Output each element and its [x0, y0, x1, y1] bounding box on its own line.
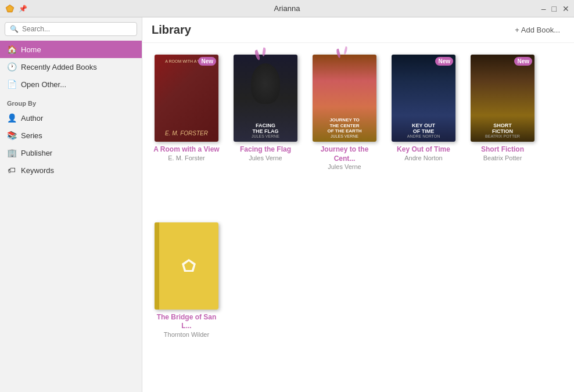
sidebar-item-series[interactable]: 📚 Series: [0, 127, 142, 144]
sidebar-item-recently-added[interactable]: 🕐 Recently Added Books: [0, 58, 142, 75]
app-title: Arianna: [274, 4, 300, 13]
pin-icon[interactable]: 📌: [19, 5, 27, 13]
folder-icon: 📄: [7, 80, 16, 89]
add-book-button[interactable]: + Add Book...: [510, 23, 565, 37]
book-cover-key: KEY OUTOF TIME ANDRE NORTON: [392, 55, 455, 142]
author-label: Author: [21, 114, 43, 123]
publisher-icon: 🏢: [7, 148, 16, 157]
library-title: Library: [152, 23, 191, 37]
book-title: The Bridge of San L...: [153, 313, 220, 331]
series-icon: 📚: [7, 131, 16, 140]
book-author: Beatrix Potter: [483, 154, 522, 161]
sidebar-item-publisher[interactable]: 🏢 Publisher: [0, 144, 142, 161]
book-item[interactable]: KEY OUTOF TIME ANDRE NORTON New Key Out …: [389, 55, 458, 213]
window-controls: – □ ✕: [541, 4, 569, 13]
content-area: Library + Add Book... A ROOM WITH A VIEW…: [142, 17, 574, 392]
clock-icon: 🕐: [7, 62, 16, 71]
publisher-label: Publisher: [21, 149, 52, 157]
group-by-label: Group By: [0, 93, 142, 109]
sidebar-item-home[interactable]: 🏠 Home: [0, 41, 142, 58]
book-author: Jules Verne: [249, 154, 282, 161]
book-item[interactable]: SHORTFICTION BEATRIX POTTER New Short Fi…: [468, 55, 537, 213]
search-box[interactable]: 🔍: [5, 22, 137, 36]
keywords-label: Keywords: [21, 166, 54, 175]
maximize-button[interactable]: □: [552, 4, 557, 13]
book-cover-short: SHORTFICTION BEATRIX POTTER: [471, 55, 534, 142]
book-title: A Room with a View: [153, 145, 219, 154]
book-cover-room: A ROOM WITH A VIEW E. M. FORSTER: [155, 55, 218, 142]
sidebar-item-keywords[interactable]: 🏷 Keywords: [0, 161, 142, 179]
titlebar: 📌 Arianna – □ ✕: [0, 0, 574, 17]
book-cover-wrapper: JOURNEY TOTHE CENTEROF THE EARTH JULES V…: [313, 55, 376, 142]
book-title: Short Fiction: [481, 145, 524, 154]
book-item[interactable]: JOURNEY TOTHE CENTEROF THE EARTH JULES V…: [310, 55, 379, 213]
minimize-button[interactable]: –: [541, 4, 546, 13]
new-badge: New: [198, 57, 216, 66]
recently-added-label: Recently Added Books: [21, 63, 97, 71]
book-item[interactable]: The Bridge of San L... Thornton Wilder: [152, 222, 221, 381]
sidebar: 🔍 🏠 Home 🕐 Recently Added Books 📄 Open O…: [0, 17, 142, 392]
book-cover-wrapper: A ROOM WITH A VIEW E. M. FORSTER New: [155, 55, 218, 142]
series-label: Series: [21, 131, 42, 140]
home-label: Home: [21, 45, 41, 54]
book-cover-wrapper: SHORTFICTION BEATRIX POTTER New: [471, 55, 534, 142]
book-cover-flag: FACINGTHE FLAG JULES VERNE: [234, 55, 297, 142]
book-cover-wrapper: KEY OUTOF TIME ANDRE NORTON New: [392, 55, 455, 142]
book-title: Key Out of Time: [397, 145, 450, 154]
book-cover-bridge: [155, 222, 218, 310]
sidebar-item-open-other[interactable]: 📄 Open Other...: [0, 75, 142, 93]
search-input[interactable]: [22, 25, 132, 33]
home-icon: 🏠: [7, 45, 16, 54]
content-header: Library + Add Book...: [142, 17, 574, 43]
leaf-decoration: [343, 46, 347, 55]
author-icon: 👤: [7, 113, 16, 123]
app-logo: [5, 3, 15, 14]
book-item[interactable]: FACINGTHE FLAG JULES VERNE Facing the Fl…: [231, 55, 300, 213]
new-badge: New: [514, 57, 532, 66]
close-button[interactable]: ✕: [562, 4, 569, 13]
main-layout: 🔍 🏠 Home 🕐 Recently Added Books 📄 Open O…: [0, 17, 574, 392]
book-item[interactable]: A ROOM WITH A VIEW E. M. FORSTER New A R…: [152, 55, 221, 213]
search-icon: 🔍: [10, 25, 19, 33]
keywords-icon: 🏷: [7, 166, 16, 175]
add-book-label: + Add Book...: [515, 26, 560, 34]
book-title: Journey to the Cent...: [311, 145, 378, 163]
book-author: E. M. Forster: [168, 154, 205, 161]
book-author: Jules Verne: [328, 163, 361, 170]
book-title: Facing the Flag: [240, 145, 291, 154]
book-cover-journey: JOURNEY TOTHE CENTEROF THE EARTH JULES V…: [313, 55, 376, 142]
calibre-logo: [177, 254, 200, 278]
book-author: Thornton Wilder: [164, 331, 209, 338]
titlebar-left: 📌: [5, 3, 27, 14]
open-other-label: Open Other...: [21, 80, 66, 89]
books-grid: A ROOM WITH A VIEW E. M. FORSTER New A R…: [142, 43, 574, 392]
book-cover-wrapper: [155, 222, 218, 310]
book-cover-wrapper: FACINGTHE FLAG JULES VERNE: [234, 55, 297, 142]
sidebar-item-author[interactable]: 👤 Author: [0, 109, 142, 127]
new-badge: New: [435, 57, 453, 66]
book-author: Andre Norton: [404, 154, 442, 161]
